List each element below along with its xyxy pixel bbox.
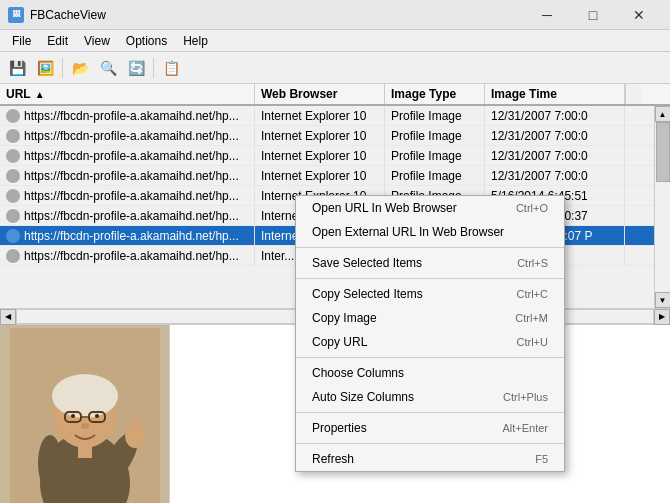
svg-point-9 (95, 414, 99, 418)
ctx-copy-image-shortcut: Ctrl+M (515, 312, 548, 324)
ctx-auto-size-shortcut: Ctrl+Plus (503, 391, 548, 403)
ctx-properties-shortcut: Alt+Enter (502, 422, 548, 434)
cell-time: 12/31/2007 7:00:0 (485, 126, 625, 145)
scroll-track[interactable] (655, 122, 670, 292)
toolbar-open[interactable]: 📂 (67, 55, 93, 81)
row-icon (6, 109, 20, 123)
cell-type: Profile Image (385, 106, 485, 125)
cell-url: https://fbcdn-profile-a.akamaihd.net/hp.… (0, 206, 255, 225)
window-controls: ─ □ ✕ (524, 0, 662, 30)
row-icon (6, 209, 20, 223)
svg-point-3 (52, 374, 118, 418)
context-menu: Open URL In Web Browser Ctrl+O Open Exte… (295, 195, 565, 472)
ctx-copy-url-shortcut: Ctrl+U (517, 336, 548, 348)
cell-url: https://fbcdn-profile-a.akamaihd.net/hp.… (0, 106, 255, 125)
menu-bar: File Edit View Options Help (0, 30, 670, 52)
minimize-button[interactable]: ─ (524, 0, 570, 30)
col-header-browser[interactable]: Web Browser (255, 84, 385, 104)
ctx-separator-1 (296, 247, 564, 248)
cell-time: 12/31/2007 7:00:0 (485, 106, 625, 125)
cell-url: https://fbcdn-profile-a.akamaihd.net/hp.… (0, 146, 255, 165)
ctx-copy-url-label: Copy URL (312, 335, 367, 349)
ctx-choose-columns[interactable]: Choose Columns (296, 361, 564, 385)
svg-rect-14 (78, 443, 92, 458)
cell-url: https://fbcdn-profile-a.akamaihd.net/hp.… (0, 226, 255, 245)
toolbar-separator-2 (153, 58, 154, 78)
ctx-choose-columns-label: Choose Columns (312, 366, 404, 380)
table-row[interactable]: https://fbcdn-profile-a.akamaihd.net/hp.… (0, 146, 654, 166)
scroll-right-button[interactable]: ▶ (654, 309, 670, 325)
ctx-auto-size[interactable]: Auto Size Columns Ctrl+Plus (296, 385, 564, 409)
ctx-save-selected-label: Save Selected Items (312, 256, 422, 270)
toolbar-search[interactable]: 🔍 (95, 55, 121, 81)
ctx-refresh-label: Refresh (312, 452, 354, 466)
ctx-save-shortcut: Ctrl+S (517, 257, 548, 269)
menu-edit[interactable]: Edit (39, 32, 76, 50)
col-header-time[interactable]: Image Time (485, 84, 625, 104)
cell-type: Profile Image (385, 146, 485, 165)
cell-url: https://fbcdn-profile-a.akamaihd.net/hp.… (0, 126, 255, 145)
menu-options[interactable]: Options (118, 32, 175, 50)
maximize-button[interactable]: □ (570, 0, 616, 30)
cell-url: https://fbcdn-profile-a.akamaihd.net/hp.… (0, 166, 255, 185)
cell-type: Profile Image (385, 166, 485, 185)
ctx-separator-4 (296, 412, 564, 413)
ctx-copy-selected-label: Copy Selected Items (312, 287, 423, 301)
scroll-up-button[interactable]: ▲ (655, 106, 671, 122)
cell-browser: Internet Explorer 10 (255, 126, 385, 145)
close-button[interactable]: ✕ (616, 0, 662, 30)
ctx-refresh[interactable]: Refresh F5 (296, 447, 564, 471)
ctx-copy-selected[interactable]: Copy Selected Items Ctrl+C (296, 282, 564, 306)
vertical-scrollbar[interactable]: ▲ ▼ (654, 106, 670, 308)
ctx-separator-2 (296, 278, 564, 279)
title-bar: 🖼 FBCacheView ─ □ ✕ (0, 0, 670, 30)
toolbar: 💾 🖼️ 📂 🔍 🔄 📋 (0, 52, 670, 84)
cell-browser: Internet Explorer 10 (255, 146, 385, 165)
row-icon (6, 169, 20, 183)
row-icon (6, 149, 20, 163)
cell-url: https://fbcdn-profile-a.akamaihd.net/hp.… (0, 186, 255, 205)
ctx-properties-label: Properties (312, 421, 367, 435)
scroll-down-button[interactable]: ▼ (655, 292, 671, 308)
row-icon (6, 129, 20, 143)
menu-view[interactable]: View (76, 32, 118, 50)
menu-help[interactable]: Help (175, 32, 216, 50)
svg-point-7 (81, 423, 89, 429)
scroll-left-button[interactable]: ◀ (0, 309, 16, 325)
ctx-refresh-shortcut: F5 (535, 453, 548, 465)
preview-svg (10, 328, 160, 503)
ctx-open-external-url[interactable]: Open External URL In Web Browser (296, 220, 564, 244)
cell-browser: Internet Explorer 10 (255, 106, 385, 125)
title-text: FBCacheView (30, 8, 106, 22)
cell-time: 12/31/2007 7:00:0 (485, 146, 625, 165)
ctx-open-external-url-label: Open External URL In Web Browser (312, 225, 504, 239)
app-icon: 🖼 (8, 7, 24, 23)
col-header-url[interactable]: URL ▲ (0, 84, 255, 104)
ctx-open-url-label: Open URL In Web Browser (312, 201, 457, 215)
ctx-copy-image[interactable]: Copy Image Ctrl+M (296, 306, 564, 330)
ctx-copy-url[interactable]: Copy URL Ctrl+U (296, 330, 564, 354)
menu-file[interactable]: File (4, 32, 39, 50)
ctx-save-selected[interactable]: Save Selected Items Ctrl+S (296, 251, 564, 275)
toolbar-image[interactable]: 🖼️ (32, 55, 58, 81)
ctx-open-url[interactable]: Open URL In Web Browser Ctrl+O (296, 196, 564, 220)
col-header-type[interactable]: Image Type (385, 84, 485, 104)
toolbar-refresh[interactable]: 🔄 (123, 55, 149, 81)
svg-rect-12 (135, 418, 141, 438)
table-row[interactable]: https://fbcdn-profile-a.akamaihd.net/hp.… (0, 106, 654, 126)
ctx-copy-shortcut: Ctrl+C (517, 288, 548, 300)
toolbar-separator-1 (62, 58, 63, 78)
toolbar-save[interactable]: 💾 (4, 55, 30, 81)
ctx-open-url-shortcut: Ctrl+O (516, 202, 548, 214)
row-icon (6, 189, 20, 203)
table-row[interactable]: https://fbcdn-profile-a.akamaihd.net/hp.… (0, 126, 654, 146)
ctx-copy-image-label: Copy Image (312, 311, 377, 325)
toolbar-copy[interactable]: 📋 (158, 55, 184, 81)
scroll-thumb[interactable] (656, 122, 670, 182)
ctx-separator-5 (296, 443, 564, 444)
ctx-separator-3 (296, 357, 564, 358)
cell-time: 12/31/2007 7:00:0 (485, 166, 625, 185)
table-row[interactable]: https://fbcdn-profile-a.akamaihd.net/hp.… (0, 166, 654, 186)
ctx-auto-size-label: Auto Size Columns (312, 390, 414, 404)
ctx-properties[interactable]: Properties Alt+Enter (296, 416, 564, 440)
